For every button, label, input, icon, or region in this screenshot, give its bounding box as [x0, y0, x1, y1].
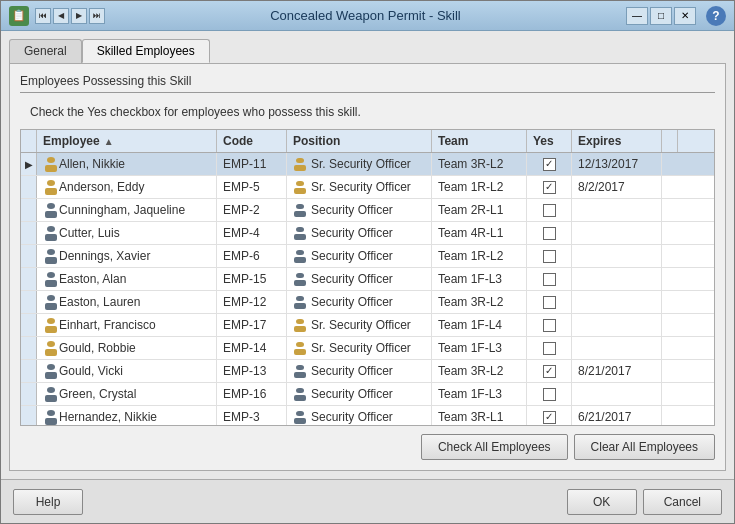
yes-checkbox[interactable]: [543, 411, 556, 424]
svg-rect-39: [294, 372, 306, 378]
nav-first-button[interactable]: ⏮: [35, 8, 51, 24]
employee-dark-icon: [43, 409, 59, 425]
nav-last-button[interactable]: ⏭: [89, 8, 105, 24]
position-dark-icon: [293, 387, 307, 401]
yes-checkbox[interactable]: [543, 388, 556, 401]
position-gold-icon: [293, 318, 307, 332]
minimize-button[interactable]: —: [626, 7, 648, 25]
col-indicator: [21, 130, 37, 152]
row-indicator: [21, 291, 37, 313]
title-bar: 📋 ⏮ ◀ ▶ ⏭ Concealed Weapon Permit - Skil…: [1, 1, 734, 31]
row-indicator: [21, 383, 37, 405]
employee-team: Team 1F-L3: [432, 383, 527, 405]
tab-skilled-employees[interactable]: Skilled Employees: [82, 39, 210, 63]
tab-panel: Employees Possessing this Skill Check th…: [9, 63, 726, 471]
table-row[interactable]: Gould, RobbieEMP-14Sr. Security OfficerT…: [21, 337, 714, 360]
help-button[interactable]: Help: [13, 489, 83, 515]
svg-rect-31: [294, 326, 306, 332]
yes-checkbox[interactable]: [543, 273, 556, 286]
employee-expires: [572, 291, 662, 313]
svg-rect-8: [47, 203, 55, 209]
employee-team: Team 1R-L2: [432, 176, 527, 198]
employee-name: Dennings, Xavier: [37, 245, 217, 267]
yes-checkbox[interactable]: [543, 204, 556, 217]
svg-rect-24: [47, 295, 55, 301]
table-row[interactable]: Hernandez, NikkieEMP-3Security OfficerTe…: [21, 406, 714, 425]
maximize-button[interactable]: □: [650, 7, 672, 25]
yes-checkbox[interactable]: [543, 158, 556, 171]
svg-rect-30: [296, 319, 304, 324]
yes-cell: [527, 406, 572, 425]
table-row[interactable]: Anderson, EddyEMP-5Sr. Security OfficerT…: [21, 176, 714, 199]
employee-team: Team 1F-L3: [432, 268, 527, 290]
employee-expires: [572, 222, 662, 244]
table-row[interactable]: Green, CrystalEMP-16Security OfficerTeam…: [21, 383, 714, 406]
cancel-button[interactable]: Cancel: [643, 489, 722, 515]
svg-rect-38: [296, 365, 304, 370]
svg-rect-17: [45, 257, 57, 264]
row-indicator: [21, 245, 37, 267]
col-employee[interactable]: Employee ▲: [37, 130, 217, 152]
employee-position: Security Officer: [287, 245, 432, 267]
nav-next-button[interactable]: ▶: [71, 8, 87, 24]
help-icon[interactable]: ?: [706, 6, 726, 26]
table-row[interactable]: Easton, AlanEMP-15Security OfficerTeam 1…: [21, 268, 714, 291]
window-title: Concealed Weapon Permit - Skill: [111, 8, 620, 23]
svg-rect-16: [47, 249, 55, 255]
employee-name: Einhart, Francisco: [37, 314, 217, 336]
window-controls: — □ ✕: [626, 7, 696, 25]
col-yes: Yes: [527, 130, 572, 152]
svg-rect-5: [45, 188, 57, 195]
table-row[interactable]: ▶ Allen, NikkieEMP-11Sr. Security Office…: [21, 153, 714, 176]
yes-checkbox[interactable]: [543, 365, 556, 378]
employee-code: EMP-13: [217, 360, 287, 382]
footer-right-buttons: OK Cancel: [567, 489, 722, 515]
table-row[interactable]: Cutter, LuisEMP-4Security OfficerTeam 4R…: [21, 222, 714, 245]
yes-checkbox[interactable]: [543, 319, 556, 332]
col-expires: Expires: [572, 130, 662, 152]
svg-rect-46: [296, 411, 304, 416]
tab-general[interactable]: General: [9, 39, 82, 63]
close-button[interactable]: ✕: [674, 7, 696, 25]
employee-team: Team 3R-L2: [432, 360, 527, 382]
yes-checkbox[interactable]: [543, 227, 556, 240]
employee-name: Gould, Robbie: [37, 337, 217, 359]
panel-title: Employees Possessing this Skill: [20, 74, 715, 93]
employee-dark-icon: [43, 386, 59, 402]
svg-rect-12: [47, 226, 55, 232]
svg-rect-4: [47, 180, 55, 186]
employee-code: EMP-12: [217, 291, 287, 313]
table-row[interactable]: Dennings, XavierEMP-6Security OfficerTea…: [21, 245, 714, 268]
ok-button[interactable]: OK: [567, 489, 637, 515]
nav-prev-button[interactable]: ◀: [53, 8, 69, 24]
employee-code: EMP-6: [217, 245, 287, 267]
svg-rect-7: [294, 188, 306, 194]
table-row[interactable]: Einhart, FranciscoEMP-17Sr. Security Off…: [21, 314, 714, 337]
table-row[interactable]: Cunningham, JaquelineEMP-2Security Offic…: [21, 199, 714, 222]
svg-rect-19: [294, 257, 306, 263]
yes-cell: [527, 337, 572, 359]
position-dark-icon: [293, 249, 307, 263]
table-row[interactable]: Gould, VickiEMP-13Security OfficerTeam 3…: [21, 360, 714, 383]
yes-checkbox[interactable]: [543, 296, 556, 309]
table-row[interactable]: Easton, LaurenEMP-12Security OfficerTeam…: [21, 291, 714, 314]
yes-cell: [527, 291, 572, 313]
svg-rect-40: [47, 387, 55, 393]
svg-rect-25: [45, 303, 57, 310]
col-position: Position: [287, 130, 432, 152]
position-gold-icon: [293, 157, 307, 171]
employee-gold-icon: [43, 179, 59, 195]
employee-position: Sr. Security Officer: [287, 153, 432, 175]
row-indicator: [21, 314, 37, 336]
employee-gold-icon: [43, 340, 59, 356]
action-buttons: Check All Employees Clear All Employees: [20, 434, 715, 460]
employee-name: Green, Crystal: [37, 383, 217, 405]
yes-cell: [527, 360, 572, 382]
check-all-button[interactable]: Check All Employees: [421, 434, 568, 460]
clear-all-button[interactable]: Clear All Employees: [574, 434, 715, 460]
yes-checkbox[interactable]: [543, 181, 556, 194]
yes-checkbox[interactable]: [543, 342, 556, 355]
yes-checkbox[interactable]: [543, 250, 556, 263]
row-indicator: ▶: [21, 153, 37, 175]
svg-rect-14: [296, 227, 304, 232]
